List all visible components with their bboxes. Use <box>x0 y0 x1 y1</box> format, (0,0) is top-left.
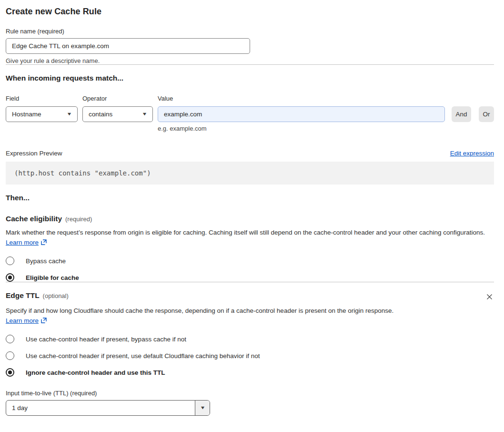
match-heading: When incoming requests match... <box>6 74 494 82</box>
page-title: Create new Cache Rule <box>6 7 494 17</box>
value-label: Value <box>158 95 445 102</box>
expression-preview-label: Expression Preview <box>6 150 62 157</box>
cache-eligibility-title: Cache eligibility <box>6 215 62 223</box>
and-button[interactable]: And <box>452 106 471 122</box>
radio-use-header-default[interactable]: Use cache-control header if present, use… <box>6 351 494 360</box>
radio-use-header-bypass[interactable]: Use cache-control header if present, byp… <box>6 335 494 343</box>
cache-eligibility-options: Bypass cache Eligible for cache <box>6 257 494 282</box>
ttl-dropdown-button[interactable]: ▼ <box>195 401 210 415</box>
learn-more-link[interactable]: Learn more <box>6 239 39 246</box>
match-builder: Field Operator Value Hostname ▼ contains… <box>6 95 494 132</box>
ttl-select-value[interactable]: 1 day <box>6 401 195 415</box>
cache-eligibility-description-text: Mark whether the request’s response from… <box>6 229 485 236</box>
rule-name-help: Give your rule a descriptive name. <box>6 57 494 64</box>
edge-ttl-description: Specify if and how long Cloudflare shoul… <box>6 306 403 326</box>
operator-label: Operator <box>82 95 153 102</box>
rule-name-label: Rule name (required) <box>6 28 494 35</box>
expression-code: (http.host contains "example.com") <box>6 162 494 185</box>
radio-label: Use cache-control header if present, byp… <box>26 336 186 343</box>
then-heading: Then... <box>6 194 494 202</box>
edge-ttl-qualifier: (optional) <box>43 292 69 299</box>
radio-icon[interactable] <box>6 368 14 377</box>
learn-more-link[interactable]: Learn more <box>6 317 39 324</box>
divider <box>6 64 494 65</box>
radio-icon[interactable] <box>6 273 14 282</box>
operator-select[interactable]: contains ▼ <box>82 106 153 122</box>
radio-icon[interactable] <box>6 335 14 343</box>
edge-ttl-options: Use cache-control header if present, byp… <box>6 335 494 377</box>
radio-eligible-for-cache[interactable]: Eligible for cache <box>6 273 494 282</box>
cache-eligibility-qualifier: (required) <box>65 216 92 223</box>
divider <box>6 282 494 282</box>
radio-label: Eligible for cache <box>26 274 79 281</box>
chevron-down-icon: ▼ <box>142 112 148 116</box>
ttl-label: Input time-to-live (TTL) (required) <box>6 390 494 397</box>
radio-label: Ignore cache-control header and use this… <box>26 369 165 376</box>
field-label: Field <box>6 95 78 102</box>
rule-name-input[interactable] <box>6 38 250 54</box>
cache-eligibility-description: Mark whether the request’s response from… <box>6 227 494 247</box>
radio-bypass-cache[interactable]: Bypass cache <box>6 257 494 265</box>
radio-icon[interactable] <box>6 351 14 360</box>
radio-label: Use cache-control header if present, use… <box>26 352 260 360</box>
close-button[interactable] <box>485 292 494 301</box>
external-link-icon <box>40 239 47 246</box>
ttl-select[interactable]: 1 day ▼ <box>6 400 210 416</box>
or-button[interactable]: Or <box>479 106 494 122</box>
create-cache-rule-form: Create new Cache Rule Rule name (require… <box>0 0 504 422</box>
radio-icon[interactable] <box>6 257 14 265</box>
value-input[interactable] <box>158 106 445 122</box>
edge-ttl-description-text: Specify if and how long Cloudflare shoul… <box>6 307 393 314</box>
edge-ttl-title: Edge TTL <box>6 291 40 300</box>
close-icon <box>486 293 493 300</box>
operator-select-value: contains <box>89 111 112 118</box>
external-link-icon <box>40 317 47 324</box>
edit-expression-link[interactable]: Edit expression <box>450 150 494 157</box>
radio-label: Bypass cache <box>26 257 66 265</box>
chevron-down-icon: ▼ <box>67 112 72 116</box>
chevron-down-icon: ▼ <box>200 406 205 410</box>
radio-ignore-header-use-ttl[interactable]: Ignore cache-control header and use this… <box>6 368 494 377</box>
field-select-value: Hostname <box>12 111 41 118</box>
value-help: e.g. example.com <box>158 125 445 132</box>
field-select[interactable]: Hostname ▼ <box>6 106 78 122</box>
